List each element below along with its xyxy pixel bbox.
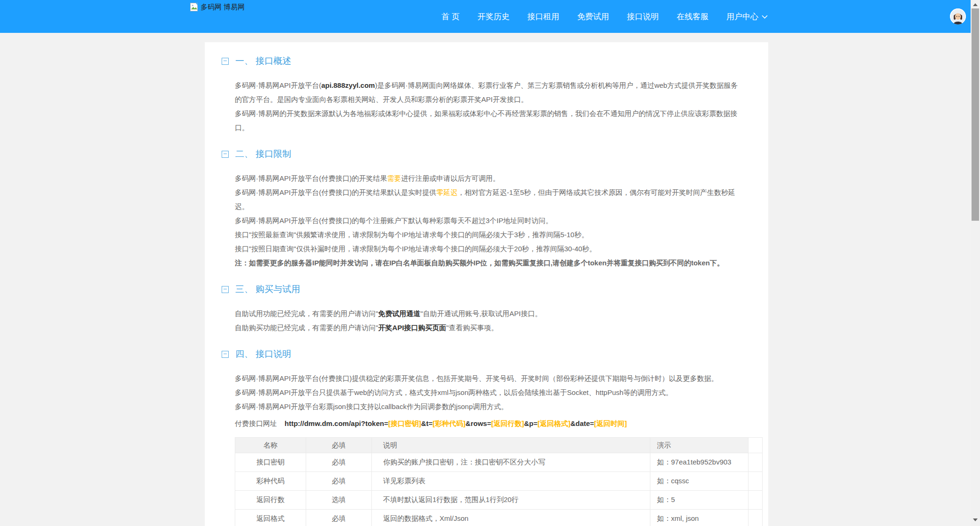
section-heading: 一、 接口概述 xyxy=(222,55,738,67)
paragraph: 自助试用功能已经完成，有需要的用户请访问"免费试用通道"自助开通试用账号,获取试… xyxy=(235,307,738,321)
table-row: 接口密钥 必填 你购买的账户接口密钥，注：接口密钥不区分大小写 如：97ea1t… xyxy=(235,453,763,472)
nav-draw-history[interactable]: 开奖历史 xyxy=(478,11,509,22)
api-url: http://dmw.dm.com/api?token= xyxy=(285,419,388,427)
paragraph: 多码网·博易网API开放平台(付费接口)提供稳定的彩票开奖信息，包括开奖期号、开… xyxy=(235,371,738,386)
url-param-format: [返回格式] xyxy=(538,419,571,427)
param-example: 如：cqssc xyxy=(650,472,749,491)
section-title: 一、 接口概述 xyxy=(235,55,291,67)
col-header-description: 说明 xyxy=(372,438,650,453)
user-center-label: 用户中心 xyxy=(726,11,758,22)
domain-highlight: api.888zyyl.com xyxy=(321,81,375,89)
param-name: 返回格式 xyxy=(235,510,306,526)
chevron-down-icon xyxy=(762,12,768,21)
paragraph: 接口"按照日期查询"仅供补漏时使用，请求限制为每个IP地址请求每个接口的间隔必须… xyxy=(235,242,738,256)
param-example: 如：5 xyxy=(650,491,749,510)
section-api-overview: 一、 接口概述 多码网·博易网API开放平台(api.888zyyl.com)是… xyxy=(235,55,738,135)
nav-api-docs[interactable]: 接口说明 xyxy=(627,11,659,22)
purchase-page-link[interactable]: 开奖API接口购买页面 xyxy=(378,324,446,332)
section-title: 四、 接口说明 xyxy=(235,348,291,360)
paragraph: 接口"按照最新查询"供频繁请求使用，请求限制为每个IP地址请求每个接口的间隔必须… xyxy=(235,228,738,242)
site-logo[interactable]: 多码网 博易网 xyxy=(190,3,245,12)
param-description: 返回的数据格式，Xml/Json xyxy=(372,510,650,526)
param-description: 不填时默认返回1行数据，范围从1行到20行 xyxy=(372,491,650,510)
orange-highlight: 零延迟 xyxy=(436,188,457,196)
paragraph: 多码网·博易网API开放平台(付费接口)的每个注册账户下默认每种彩票每天不超过3… xyxy=(235,214,738,228)
scroll-up-arrow-icon[interactable] xyxy=(973,3,978,6)
free-trial-link[interactable]: 免费试用通道 xyxy=(378,309,420,317)
scrollbar[interactable] xyxy=(971,0,980,526)
scrollbar-thumb[interactable] xyxy=(972,8,979,221)
section-heading: 二、 接口限制 xyxy=(222,148,738,160)
section-body: 多码网·博易网API开放平台(api.888zyyl.com)是多码网·博易网面… xyxy=(235,78,738,135)
param-description: 你购买的账户接口密钥，注：接口密钥不区分大小写 xyxy=(372,453,650,472)
empty-cell xyxy=(749,472,763,491)
section-api-limits: 二、 接口限制 多码网·博易网API开放平台(付费接口)的开奖结果需要进行注册或… xyxy=(235,148,738,270)
param-required: 选填 xyxy=(306,491,372,510)
paragraph: 多码网·博易网API开放平台只提供基于web的访问方式，格式支持xml与json… xyxy=(235,386,738,400)
api-params-table: 名称 必填 说明 演示 接口密钥 必填 你购买的账户接口密钥，注：接口密钥不区分… xyxy=(235,437,763,526)
table-header-row: 名称 必填 说明 演示 xyxy=(235,438,763,453)
collapse-icon[interactable] xyxy=(222,286,229,293)
param-required: 必填 xyxy=(306,453,372,472)
nav-api-rent[interactable]: 接口租用 xyxy=(527,11,559,22)
url-param-date: [返回时间] xyxy=(594,419,627,427)
paragraph: 多码网·博易网API开放平台(付费接口)的开奖结果默认是实时提供零延迟，相对官方… xyxy=(235,186,738,214)
broken-image-icon xyxy=(190,3,199,11)
collapse-icon[interactable] xyxy=(222,58,229,65)
content-card: 一、 接口概述 多码网·博易网API开放平台(api.888zyyl.com)是… xyxy=(205,42,768,526)
scroll-down-arrow-icon[interactable] xyxy=(973,518,978,521)
param-description: 详见彩票列表 xyxy=(372,472,650,491)
empty-cell xyxy=(749,453,763,472)
param-name: 彩种代码 xyxy=(235,472,306,491)
logo-text: 多码网 博易网 xyxy=(201,3,245,12)
nav-user-center[interactable]: 用户中心 xyxy=(726,11,768,22)
collapse-icon[interactable] xyxy=(222,351,229,358)
table-row: 返回格式 必填 返回的数据格式，Xml/Json 如：xml, json xyxy=(235,510,763,526)
orange-highlight: 需要 xyxy=(387,174,401,182)
url-param-rows: [返回行数] xyxy=(491,419,524,427)
section-title: 二、 接口限制 xyxy=(235,148,291,160)
user-avatar[interactable] xyxy=(950,8,966,24)
param-example: 如：xml, json xyxy=(650,510,749,526)
section-body: 多码网·博易网API开放平台(付费接口)提供稳定的彩票开奖信息，包括开奖期号、开… xyxy=(235,371,738,526)
url-param-token: [接口密钥] xyxy=(388,419,421,427)
collapse-icon[interactable] xyxy=(222,151,229,158)
nav-free-trial[interactable]: 免费试用 xyxy=(577,11,609,22)
nav-online-service[interactable]: 在线客服 xyxy=(677,11,709,22)
empty-header-cell xyxy=(749,438,763,453)
section-api-description: 四、 接口说明 多码网·博易网API开放平台(付费接口)提供稳定的彩票开奖信息，… xyxy=(235,348,738,526)
section-title: 三、 购买与试用 xyxy=(235,283,300,295)
param-example: 如：97ea1teb952bv903 xyxy=(650,453,749,472)
section-heading: 三、 购买与试用 xyxy=(222,283,738,295)
paragraph: 多码网·博易网API开放平台彩票json接口支持以callback作为回调参数的… xyxy=(235,400,738,414)
warning-note: 注：如需要更多的服务器IP能同时并发访问，请在IP白名单面板自助购买额外IP位，… xyxy=(235,256,738,270)
param-name: 返回行数 xyxy=(235,491,306,510)
empty-cell xyxy=(749,510,763,526)
api-url-line: 付费接口网址http://dmw.dm.com/api?token=[接口密钥]… xyxy=(235,417,738,431)
table-row: 彩种代码 必填 详见彩票列表 如：cqssc xyxy=(235,472,763,491)
empty-cell xyxy=(749,491,763,510)
section-heading: 四、 接口说明 xyxy=(222,348,738,360)
col-header-required: 必填 xyxy=(306,438,372,453)
main-nav: 首 页 开奖历史 接口租用 免费试用 接口说明 在线客服 用户中心 xyxy=(441,0,768,33)
paragraph: 多码网·博易网API开放平台(api.888zyyl.com)是多码网·博易网面… xyxy=(235,78,738,107)
top-navbar: 多码网 博易网 首 页 开奖历史 接口租用 免费试用 接口说明 在线客服 用户中… xyxy=(0,0,980,33)
paragraph: 多码网·博易网API开放平台(付费接口)的开奖结果需要进行注册或申请以后方可调用… xyxy=(235,171,738,186)
paragraph: 自助购买功能已经完成，有需要的用户请访问"开奖API接口购买页面"查看购买事项。 xyxy=(235,321,738,335)
param-name: 接口密钥 xyxy=(235,453,306,472)
param-required: 必填 xyxy=(306,472,372,491)
col-header-name: 名称 xyxy=(235,438,306,453)
section-purchase-trial: 三、 购买与试用 自助试用功能已经完成，有需要的用户请访问"免费试用通道"自助开… xyxy=(235,283,738,335)
url-param-lottery: [彩种代码] xyxy=(432,419,465,427)
paragraph: 多码网·博易网的开奖数据来源默认为各地福彩或体彩中心提供，如果福彩或体彩中心不再… xyxy=(235,107,738,135)
section-body: 自助试用功能已经完成，有需要的用户请访问"免费试用通道"自助开通试用账号,获取试… xyxy=(235,307,738,335)
api-url-label: 付费接口网址 xyxy=(235,419,277,427)
section-body: 多码网·博易网API开放平台(付费接口)的开奖结果需要进行注册或申请以后方可调用… xyxy=(235,171,738,270)
table-row: 返回行数 选填 不填时默认返回1行数据，范围从1行到20行 如：5 xyxy=(235,491,763,510)
col-header-demo: 演示 xyxy=(650,438,749,453)
param-required: 必填 xyxy=(306,510,372,526)
nav-home[interactable]: 首 页 xyxy=(441,11,460,22)
